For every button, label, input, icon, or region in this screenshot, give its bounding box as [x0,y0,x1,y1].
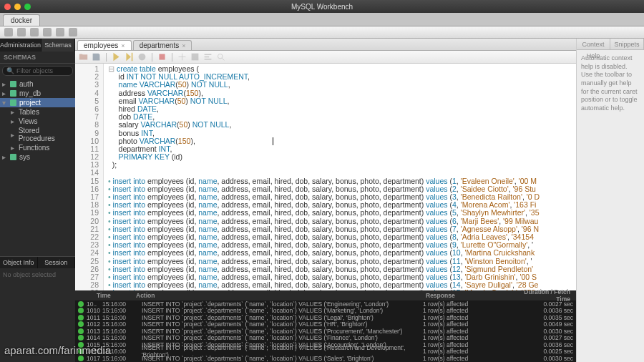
output-rows[interactable]: 10..15:16:00INSERT INTO `project`.`depar… [75,300,576,362]
output-row[interactable]: 101315:16:00INSERT INTO `project`.`depar… [75,328,576,335]
main-toolbar [0,26,644,39]
sidebar-tab-schemas[interactable]: Schemas [42,39,75,52]
schema-tree: ▸auth▸my_db▾project▸Tables▸Views▸Stored … [0,78,75,256]
context-help-body: Automatic context help is disabled. Use … [577,50,644,117]
code-line-6[interactable]: hired DATE, [108,105,576,113]
code-line-12[interactable]: PRIMARY KEY (id) [108,153,576,161]
svg-point-3 [218,54,223,59]
status-ok-icon [78,301,84,307]
col-time: Time [94,292,133,299]
col-action: Action [133,292,423,299]
query-tab-employees[interactable]: employees× [77,40,132,50]
output-row[interactable]: 101615:16:00INSERT INTO `project`.`depar… [75,348,576,356]
titlebar: MySQL Workbench [0,0,644,13]
open-file-icon[interactable] [79,52,88,62]
open-sql-icon[interactable] [17,28,26,36]
status-ok-icon [78,308,84,313]
execute-step-icon[interactable] [125,52,134,62]
schema-item-sys[interactable]: ▸sys [0,152,75,162]
close-tab-icon[interactable]: × [121,42,125,49]
snippets-tab[interactable]: Snippets [610,39,644,49]
sidebar-tabs: Administration Schemas [0,39,75,52]
output-row[interactable]: 101415:16:00INSERT INTO `project`.`depar… [75,335,576,342]
output-row[interactable]: 101115:16:00INSERT INTO `project`.`depar… [75,314,576,321]
output-header: Time Action Response Duration / Fetch Ti… [75,290,576,300]
svg-rect-2 [192,54,199,61]
minimize-window-button[interactable] [14,4,21,10]
close-tab-icon[interactable]: × [182,42,185,49]
output-row[interactable]: 101715:16:00INSERT INTO `project`.`depar… [75,355,576,362]
toolbar-icon[interactable] [43,28,52,36]
schema-item-my_db[interactable]: ▸my_db [0,89,75,98]
beautify-icon[interactable] [203,52,213,62]
code-line-10[interactable]: photo VARCHAR(150), [108,137,576,145]
explain-icon[interactable] [137,52,147,62]
svg-rect-1 [159,54,165,59]
query-tabs: employees×departments× [75,39,576,51]
schema-filter-input[interactable]: 🔍 Filter objects [2,66,73,76]
sidebar-tab-admin[interactable]: Administration [0,39,42,52]
connection-tabstrip: docker [0,13,644,26]
code-line-13[interactable]: ); [108,161,576,169]
center-area: employees×departments× 12345678910111213… [75,39,576,362]
execute-icon[interactable] [112,52,121,62]
schema-child-functions[interactable]: ▸Functions [0,143,75,152]
app-title: MySQL Workbench [291,3,353,11]
svg-point-0 [139,54,146,61]
schema-item-auth[interactable]: ▸auth [0,79,75,89]
output-row[interactable]: 101015:16:00INSERT INTO `project`.`depar… [75,308,576,315]
status-ok-icon [78,321,84,327]
toolbar-icon[interactable] [30,28,39,36]
code-line-5[interactable]: email VARCHAR(50) NOT NULL, [108,97,576,105]
status-ok-icon [78,328,84,334]
query-tab-departments[interactable]: departments× [133,40,192,50]
filter-placeholder: Filter objects [16,67,53,74]
watermark: aparat.com/farinmedia [4,344,111,356]
context-help-tab[interactable]: Context Help [577,39,610,49]
code-line-29[interactable]: • insert into employees (id, name, addre… [108,289,576,290]
code-line-8[interactable]: salary VARCHAR(50) NOT NULL, [108,121,576,129]
connection-tab-label: docker [11,16,32,24]
session-tab[interactable]: Session [38,257,76,268]
output-panel: Time Action Response Duration / Fetch Ti… [75,290,576,362]
schema-child-views[interactable]: ▸Views [0,117,75,126]
sql-editor[interactable]: 1234567891011121314151617181920212223242… [75,64,576,290]
commit-icon[interactable] [177,52,187,62]
query-toolbar [75,51,576,64]
schema-child-tables[interactable]: ▸Tables [0,107,75,117]
sidebar: Administration Schemas SCHEMAS 🔍 Filter … [0,39,75,362]
right-panel: Context Help Snippets Automatic context … [576,39,644,362]
object-info-tab[interactable]: Object Info [0,257,38,268]
schemas-header: SCHEMAS [0,52,75,64]
status-ok-icon [78,335,84,341]
schema-item-project[interactable]: ▾project [0,98,75,107]
schema-child-stored-procedures[interactable]: ▸Stored Procedures [0,126,75,143]
status-ok-icon [78,315,84,321]
code-area[interactable]: ⊟ create table employees ( id INT NOT NU… [104,64,576,290]
find-icon[interactable] [216,52,225,62]
object-info-content: No object selected [0,268,75,281]
maximize-window-button[interactable] [24,4,31,10]
connection-tab[interactable]: docker [3,14,40,26]
col-response: Response [423,292,509,299]
output-row[interactable]: 10..15:16:00INSERT INTO `project`.`depar… [75,300,576,308]
output-row[interactable]: 101215:16:00INSERT INTO `project`.`depar… [75,321,576,328]
limit-icon[interactable] [190,52,200,62]
line-gutter: 1234567891011121314151617181920212223242… [75,64,104,290]
toolbar-icon[interactable] [69,28,77,36]
close-window-button[interactable] [4,4,11,10]
toolbar-icon[interactable] [56,28,64,36]
window-controls [4,4,31,10]
stop-icon[interactable] [157,52,167,62]
new-sql-icon[interactable] [4,28,13,36]
save-icon[interactable] [92,52,101,62]
